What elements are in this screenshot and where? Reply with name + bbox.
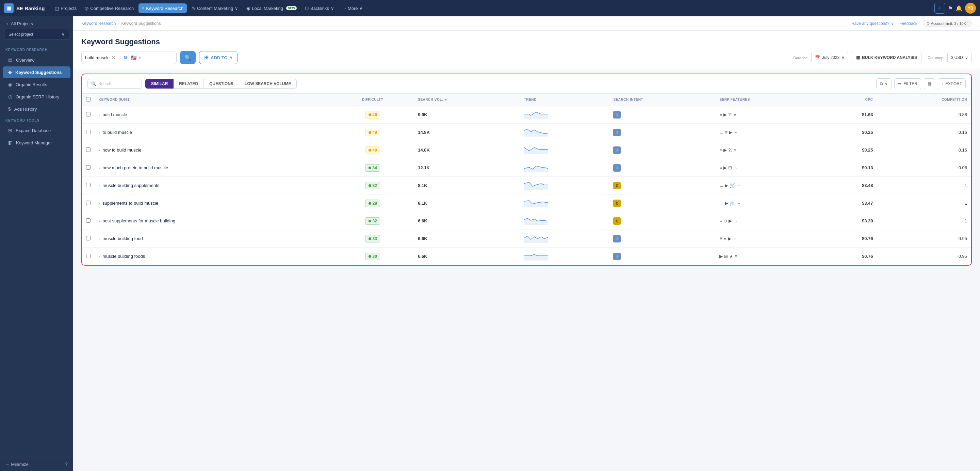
sidebar-item-ads-history[interactable]: $ Ads History	[3, 103, 70, 115]
row-checkbox-cell[interactable]	[82, 195, 95, 212]
expand-row-button[interactable]: ›	[99, 237, 100, 241]
table-header-row: KEYWORD (9,691) DIFFICULTY SEARCH VOL. ▼…	[82, 94, 971, 106]
sidebar-project-select[interactable]: Select project ∨	[4, 29, 69, 40]
tab-related[interactable]: RELATED	[173, 79, 204, 89]
nav-projects[interactable]: ◫ Projects	[51, 4, 80, 13]
currency-selector[interactable]: $ USD ∨	[947, 52, 972, 63]
row-checkbox-cell[interactable]	[82, 177, 95, 195]
add-button[interactable]: +	[934, 3, 945, 14]
sidebar-section-keyword-tools-label: KEYWORD TOOLS	[0, 115, 73, 124]
serp-icon: ▶	[729, 130, 732, 135]
filter-button[interactable]: ⚌ FILTER	[894, 78, 921, 89]
table-search-input[interactable]: 🔍 Search	[88, 79, 142, 89]
sidebar-item-organic-results[interactable]: ◉ Organic Results	[3, 79, 70, 90]
row-checkbox[interactable]	[86, 236, 91, 240]
header-competition[interactable]: COMPETITION	[877, 94, 971, 106]
header-checkbox[interactable]	[82, 94, 95, 106]
keyword-link[interactable]: muscle building supplements	[102, 183, 159, 188]
keyword-link[interactable]: best supplements for muscle building	[102, 218, 175, 224]
sidebar-all-projects[interactable]: ⌂ All Projects	[0, 16, 73, 29]
expand-row-button[interactable]: ›	[99, 166, 100, 170]
row-checkbox-cell[interactable]	[82, 230, 95, 247]
add-to-button[interactable]: ⊞ ADD TO ∨	[199, 51, 237, 64]
row-checkbox-cell[interactable]	[82, 124, 95, 141]
row-checkbox-cell[interactable]	[82, 247, 95, 265]
row-checkbox[interactable]	[86, 147, 91, 152]
expand-row-button[interactable]: ›	[99, 131, 100, 134]
breadcrumb-keyword-research[interactable]: Keyword Research	[81, 21, 116, 26]
keyword-suggestions-icon: ◈	[8, 69, 12, 75]
serp-icon: ≡	[735, 254, 737, 259]
nav-backlinks[interactable]: ⬡ Backlinks ∨	[301, 4, 337, 13]
clear-search-button[interactable]: ✕	[111, 55, 116, 60]
tab-questions[interactable]: QUESTIONS	[204, 79, 239, 89]
nav-local-marketing[interactable]: ◉ Local Marketing NEW	[243, 4, 300, 13]
keyword-cell: › supplements to build muscle	[95, 195, 331, 212]
sidebar-item-expand-database[interactable]: ⊞ Expand Database	[3, 125, 70, 136]
sidebar-item-organic-serp-history[interactable]: ◷ Organic SERP History	[3, 91, 70, 102]
header-cpc[interactable]: CPC	[823, 94, 877, 106]
expand-row-button[interactable]: ›	[99, 201, 100, 205]
row-checkbox-cell[interactable]	[82, 159, 95, 177]
select-all-checkbox[interactable]	[86, 97, 91, 102]
row-checkbox[interactable]	[86, 201, 91, 205]
tab-similar[interactable]: SIMILAR	[145, 79, 173, 89]
sidebar-item-keyword-suggestions[interactable]: ◈ Keyword Suggestions	[3, 66, 70, 78]
feedback-link[interactable]: Feedback	[899, 21, 917, 26]
copy-button[interactable]: ⧉ ∨	[876, 78, 891, 89]
country-dropdown-icon[interactable]: ∨	[138, 56, 141, 60]
sidebar-item-overview[interactable]: ▤ Overview	[3, 54, 70, 66]
logo[interactable]: ▦ SE Ranking	[4, 3, 45, 13]
main-content: Keyword Research › Keyword Suggestions H…	[73, 16, 980, 471]
columns-icon: ▦	[928, 81, 931, 86]
keyword-link[interactable]: muscle building foods	[102, 254, 145, 259]
keyword-link[interactable]: supplements to build muscle	[102, 201, 158, 206]
keyword-link[interactable]: muscle building food	[102, 236, 143, 241]
nav-keyword-research[interactable]: ⌖ Keyword Research	[138, 3, 187, 13]
header-trend[interactable]: TREND	[520, 94, 609, 106]
row-checkbox-cell[interactable]	[82, 141, 95, 159]
flag-icon[interactable]: ⚑	[948, 5, 953, 11]
search-button[interactable]: 🔍	[180, 51, 196, 64]
header-search-intent[interactable]: SEARCH INTENT	[609, 94, 715, 106]
row-checkbox[interactable]	[86, 165, 91, 169]
expand-row-button[interactable]: ›	[99, 184, 100, 188]
keyword-link[interactable]: to build muscle	[102, 130, 132, 135]
bell-icon[interactable]: 🔔	[956, 5, 962, 11]
header-serp-features[interactable]: SERP FEATURES	[715, 94, 823, 106]
sidebar-item-keyword-manager[interactable]: ◧ Keyword Manager	[3, 137, 70, 148]
breadcrumb: Keyword Research › Keyword Suggestions	[81, 21, 161, 26]
row-checkbox[interactable]	[86, 218, 91, 223]
help-link[interactable]: Have any questions? ∨	[851, 21, 894, 26]
keyword-link[interactable]: how to build muscle	[102, 147, 141, 153]
row-checkbox[interactable]	[86, 183, 91, 187]
keyword-link[interactable]: build muscle	[102, 112, 127, 117]
avatar[interactable]: YD	[965, 3, 976, 14]
columns-button[interactable]: ▦	[924, 78, 935, 89]
export-button[interactable]: ↑ EXPORT	[938, 78, 966, 89]
expand-row-button[interactable]: ›	[99, 113, 100, 117]
row-checkbox-cell[interactable]	[82, 212, 95, 230]
row-checkbox[interactable]	[86, 254, 91, 258]
header-keyword[interactable]: KEYWORD (9,691)	[95, 94, 331, 106]
nav-more[interactable]: ··· More ∨	[339, 4, 366, 13]
keyword-link[interactable]: how much protein to build muscle	[102, 165, 168, 170]
row-checkbox-cell[interactable]	[82, 106, 95, 124]
keyword-manager-icon: ◧	[8, 140, 13, 145]
keyword-search-field[interactable]: build muscle ✕ | G 🇺🇸 ∨	[81, 51, 177, 64]
tab-low-search-volume[interactable]: LOW SEARCH VOLUME	[239, 79, 297, 89]
row-checkbox[interactable]	[86, 130, 91, 134]
header-difficulty[interactable]: DIFFICULTY	[331, 94, 414, 106]
serp-icon: ···	[737, 183, 740, 188]
date-selector[interactable]: 📅 July 2023 ∨	[811, 52, 848, 63]
chevron-down-icon: ∨	[235, 6, 238, 11]
header-search-vol[interactable]: SEARCH VOL. ▼	[414, 94, 520, 106]
row-checkbox[interactable]	[86, 112, 91, 117]
sidebar-minimize[interactable]: ← Minimize ?	[0, 457, 73, 471]
nav-content-marketing[interactable]: ✎ Content Marketing ∨	[188, 4, 242, 13]
expand-row-button[interactable]: ›	[99, 148, 100, 152]
nav-competitive-research[interactable]: ◎ Competitive Research	[81, 4, 137, 13]
bulk-keyword-analysis-button[interactable]: ▦ BULK KEYWORD ANALYSIS	[852, 52, 921, 63]
expand-row-button[interactable]: ›	[99, 219, 100, 223]
expand-row-button[interactable]: ›	[99, 254, 100, 259]
